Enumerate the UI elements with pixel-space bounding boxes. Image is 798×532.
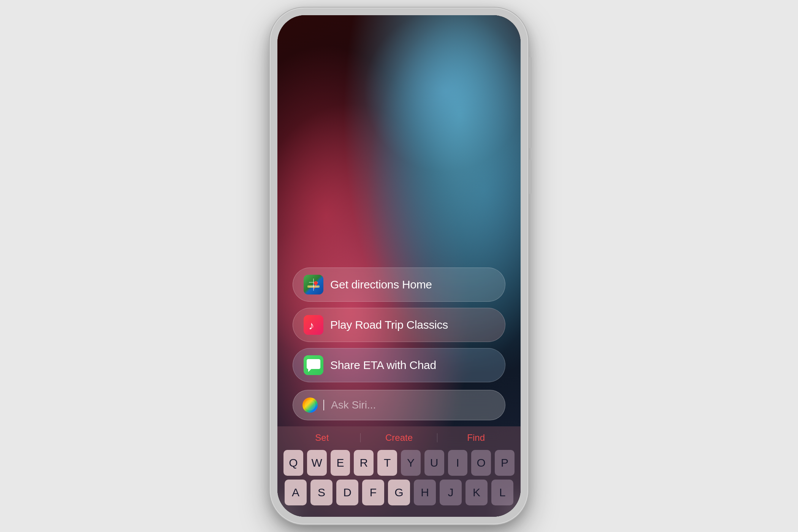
svg-point-4	[314, 281, 318, 285]
keyboard-row-2: A S D F G H J K L	[283, 480, 515, 505]
key-g[interactable]: G	[388, 480, 410, 505]
shortcut-find[interactable]: Find	[437, 432, 515, 443]
key-q[interactable]: Q	[283, 450, 303, 476]
siri-logo-icon	[302, 397, 318, 413]
shortcut-set[interactable]: Set	[283, 432, 361, 443]
key-i[interactable]: I	[448, 450, 468, 476]
suggestion-messages[interactable]: Share ETA with Chad	[293, 348, 505, 382]
key-e[interactable]: E	[331, 450, 350, 476]
messages-label: Share ETA with Chad	[330, 359, 436, 372]
key-j[interactable]: J	[440, 480, 462, 505]
siri-suggestions-area: Get directions Home	[277, 268, 521, 382]
key-s[interactable]: S	[310, 480, 332, 505]
keyboard-shortcuts-row: Set Create Find	[283, 430, 515, 445]
key-p[interactable]: P	[495, 450, 515, 476]
text-cursor	[323, 400, 324, 410]
phone-wrapper: Get directions Home	[270, 8, 528, 524]
keyboard-row-1: Q W E R T Y U I O P	[283, 450, 515, 476]
ask-siri-placeholder: Ask Siri...	[331, 399, 376, 411]
suggestion-music[interactable]: ♪ Play Road Trip Classics	[293, 308, 505, 342]
key-t[interactable]: T	[377, 450, 397, 476]
key-a[interactable]: A	[285, 480, 307, 505]
key-h[interactable]: H	[414, 480, 436, 505]
key-r[interactable]: R	[354, 450, 374, 476]
key-l[interactable]: L	[491, 480, 513, 505]
svg-text:♪: ♪	[309, 319, 314, 332]
phone-screen: Get directions Home	[277, 15, 521, 517]
ask-siri-bar[interactable]: Ask Siri...	[293, 390, 505, 420]
music-label: Play Road Trip Classics	[330, 318, 448, 331]
messages-app-icon	[304, 355, 323, 375]
key-w[interactable]: W	[307, 450, 327, 476]
suggestion-directions[interactable]: Get directions Home	[293, 268, 505, 302]
directions-label: Get directions Home	[330, 278, 432, 291]
key-u[interactable]: U	[424, 450, 444, 476]
key-k[interactable]: K	[466, 480, 488, 505]
shortcut-create[interactable]: Create	[361, 432, 438, 443]
phone-frame: Get directions Home	[270, 8, 528, 524]
maps-app-icon	[304, 275, 323, 294]
key-y[interactable]: Y	[401, 450, 421, 476]
screen-content: Get directions Home	[277, 15, 521, 517]
key-f[interactable]: F	[362, 480, 384, 505]
key-d[interactable]: D	[336, 480, 358, 505]
music-app-icon: ♪	[304, 315, 323, 335]
key-o[interactable]: O	[471, 450, 491, 476]
keyboard-area: Set Create Find Q W E R T Y U I O	[277, 426, 521, 517]
svg-point-11	[305, 400, 315, 410]
